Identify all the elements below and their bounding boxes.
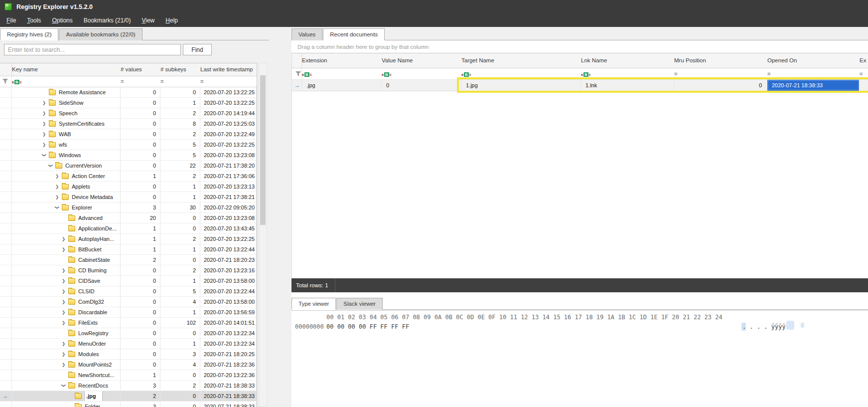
opened-on-cell-selected[interactable]: 2020-07-21 18:38:33 (767, 80, 860, 91)
key-name-cell[interactable]: SystemCertificates (12, 119, 121, 129)
key-name-cell[interactable]: LowRegistry (12, 328, 121, 338)
key-name-cell[interactable]: RecentDocs (12, 381, 121, 391)
key-name-cell[interactable]: .jpg (12, 391, 121, 401)
tree-row[interactable]: MenuOrder 0 1 2020-07-20 13:22:34 (0, 339, 257, 349)
expander-icon[interactable] (42, 129, 49, 139)
key-name-cell[interactable]: NewShortcut... (12, 370, 121, 380)
expander-icon[interactable] (62, 339, 68, 349)
find-button[interactable]: Find (183, 44, 212, 55)
tree-vertical-scrollbar[interactable] (259, 63, 267, 407)
search-input[interactable] (4, 44, 181, 55)
key-name-cell[interactable]: Remote Assistance (12, 87, 121, 97)
expander-icon[interactable] (62, 349, 68, 359)
expander-icon[interactable] (62, 265, 68, 275)
right-panel-tab[interactable]: Recent documents (323, 28, 385, 40)
tree-row[interactable]: CurrentVersion 0 22 2020-07-21 17:38:20 (0, 161, 257, 171)
key-name-cell[interactable]: CurrentVersion (12, 161, 121, 171)
key-name-cell[interactable]: Explorer (12, 203, 121, 212)
tree-row[interactable]: .jpg 2 0 2020-07-21 18:38:33 (0, 391, 257, 402)
expander-icon[interactable] (42, 140, 49, 150)
menu-item[interactable]: File (1, 15, 21, 26)
tree-row[interactable]: Discardable 0 1 2020-07-20 13:56:59 (0, 307, 257, 318)
key-name-cell[interactable]: Action Center (12, 171, 121, 181)
expander-icon[interactable] (49, 161, 55, 171)
left-panel-tab[interactable]: Available bookmarks (22/0) (59, 28, 142, 40)
expander-icon[interactable] (42, 98, 49, 108)
key-name-cell[interactable]: AutoplayHan... (12, 234, 121, 244)
tree-row[interactable]: Windows 0 5 2020-07-20 13:23:08 (0, 150, 257, 161)
key-name-cell[interactable]: Discardable (12, 307, 121, 317)
tree-row[interactable]: FileExts 0 102 2020-07-20 14:01:51 (0, 318, 257, 328)
key-name-cell[interactable]: ComDlg32 (12, 297, 121, 307)
scrollbar-thumb[interactable] (260, 75, 266, 225)
key-name-cell[interactable]: Folder (12, 402, 121, 407)
extension-cell[interactable]: .jpg (302, 80, 382, 91)
tree-row[interactable]: Explorer 3 30 2020-07-22 09:05:20 (0, 203, 257, 213)
key-name-cell[interactable]: ApplicationDe... (12, 223, 121, 233)
tree-row[interactable]: NewShortcut... 1 0 2020-07-20 13:22:36 (0, 370, 257, 381)
tree-row[interactable]: wfs 0 5 2020-07-20 13:22:25 (0, 140, 257, 150)
expander-icon[interactable] (62, 244, 68, 254)
expander-icon[interactable] (55, 182, 62, 192)
key-name-cell[interactable]: wfs (12, 140, 121, 150)
menu-item[interactable]: View (136, 15, 160, 26)
menu-item[interactable]: Tools (21, 15, 46, 26)
tree-row[interactable]: SystemCertificates 0 8 2020-07-20 13:25:… (0, 119, 257, 129)
key-name-cell[interactable]: BitBucket (12, 244, 121, 254)
tree-row[interactable]: Action Center 1 2 2020-07-21 17:36:06 (0, 171, 257, 182)
tree-row[interactable]: CIDSave 0 1 2020-07-20 13:58:00 (0, 276, 257, 286)
expander-icon[interactable] (62, 307, 68, 317)
hex-bytes[interactable]: 00 00 00 00 FF FF FF FF (326, 323, 409, 330)
key-name-cell[interactable]: CLSID (12, 286, 121, 296)
tree-row[interactable]: ApplicationDe... 1 0 2020-07-20 13:43:45 (0, 223, 257, 234)
expander-icon[interactable] (62, 234, 68, 244)
tree-row[interactable]: RecentDocs 3 2 2020-07-21 18:38:33 (0, 381, 257, 391)
menu-item[interactable]: Help (160, 15, 183, 26)
key-name-cell[interactable]: Device Metadata (12, 192, 121, 202)
key-name-cell[interactable]: MountPoints2 (12, 360, 121, 370)
key-name-cell[interactable]: FileExts (12, 318, 121, 328)
key-name-cell[interactable]: CD Burning (12, 265, 121, 275)
viewer-tab[interactable]: Type viewer (291, 298, 336, 310)
key-name-cell[interactable]: MenuOrder (12, 339, 121, 349)
left-panel-tab[interactable]: Registry hives (2) (0, 28, 58, 40)
tree-row[interactable]: Modules 0 3 2020-07-21 18:20:25 (0, 349, 257, 360)
tree-row[interactable]: Folder 3 0 2020-07-21 18:38:33 (0, 402, 257, 407)
expander-icon[interactable] (42, 119, 49, 129)
expander-icon[interactable] (55, 203, 62, 212)
tree-row[interactable]: BitBucket 1 1 2020-07-20 13:22:44 (0, 244, 257, 255)
key-name-cell[interactable]: Windows (12, 150, 121, 160)
key-name-cell[interactable]: Modules (12, 349, 121, 359)
key-name-cell[interactable]: Applets (12, 182, 121, 192)
extra-cell[interactable] (860, 80, 868, 91)
key-name-cell[interactable]: WAB (12, 129, 121, 139)
expander-icon[interactable] (55, 171, 62, 181)
tree-row[interactable]: CabinetState 2 0 2020-07-21 18:20:23 (0, 255, 257, 265)
lnk-name-cell[interactable]: 1.lnk (581, 80, 674, 91)
tree-row[interactable]: Advanced 20 0 2020-07-20 13:23:08 (0, 213, 257, 223)
hex-ascii-text[interactable]: . . . . ÿÿÿÿ (742, 323, 786, 330)
menu-item[interactable]: Options (46, 15, 78, 26)
tree-row[interactable]: Remote Assistance 0 0 2020-07-20 13:22:2… (0, 87, 257, 98)
key-name-cell[interactable]: Speech (12, 108, 121, 118)
expander-icon[interactable] (62, 276, 68, 286)
key-name-cell[interactable]: Advanced (12, 213, 121, 223)
key-name-cell[interactable]: CabinetState (12, 255, 121, 265)
viewer-tab[interactable]: Slack viewer (336, 298, 383, 310)
tree-row[interactable]: Speech 0 2 2020-07-20 14:19:44 (0, 108, 257, 119)
expander-icon[interactable] (62, 381, 68, 391)
menu-item[interactable]: Bookmarks (21/0) (78, 15, 137, 26)
expander-icon[interactable] (62, 318, 68, 328)
value-name-cell[interactable]: 0 (382, 80, 461, 91)
expander-icon[interactable] (42, 150, 49, 160)
target-name-cell[interactable]: 1.jpg (461, 80, 581, 91)
key-name-cell[interactable]: SideShow (12, 98, 121, 108)
tree-row[interactable]: CD Burning 0 2 2020-07-20 13:23:16 (0, 265, 257, 276)
recent-document-row[interactable]: .jpg 0 1.jpg 1.lnk 0 2020-07-21 18:38:33 (292, 80, 868, 91)
expander-icon[interactable] (62, 297, 68, 307)
tree-row[interactable]: Device Metadata 0 1 2020-07-21 17:38:21 (0, 192, 257, 203)
expander-icon[interactable] (55, 192, 62, 202)
tree-row[interactable]: CLSID 0 5 2020-07-20 13:22:44 (0, 286, 257, 297)
tree-row[interactable]: SideShow 0 1 2020-07-20 13:22:25 (0, 98, 257, 108)
tree-row[interactable]: WAB 0 2 2020-07-20 13:22:49 (0, 129, 257, 140)
